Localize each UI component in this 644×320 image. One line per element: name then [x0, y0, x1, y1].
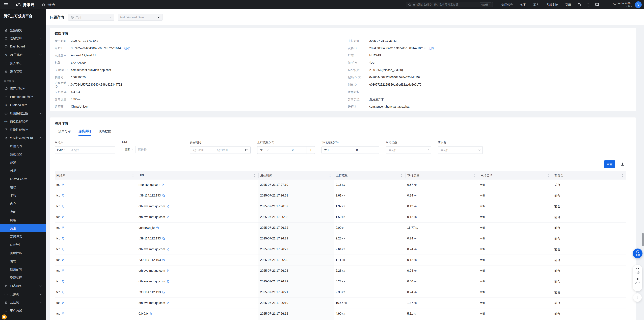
copy-icon[interactable]	[166, 248, 170, 251]
copy-icon[interactable]	[62, 237, 65, 240]
operator-select[interactable]: 大于	[322, 147, 335, 154]
sidebar-item-oom/foom[interactable]: OOM/FOOM	[0, 175, 46, 183]
collapse-widgets-button[interactable]	[633, 293, 642, 302]
time-start-input[interactable]: 选择时间	[192, 148, 204, 152]
column-header-网络库[interactable]: 网络库	[55, 173, 137, 178]
sidebar-item-告警管理[interactable]: 告警管理	[0, 34, 46, 43]
sidebar-item-前端性能监控[interactable]: RUM前端性能监控	[0, 117, 46, 126]
copy-icon[interactable]	[166, 216, 170, 218]
copy-icon[interactable]	[162, 194, 165, 197]
nav-support[interactable]: 客服支持	[546, 3, 558, 7]
account-info[interactable]: v_zbozhou@70... 子账号	[613, 2, 632, 8]
console-settings-icon[interactable]	[595, 3, 599, 7]
news-button[interactable]: 动态	[635, 267, 640, 274]
sidebar-item-ai-工作台[interactable]: AIAI 工作台	[0, 51, 46, 59]
sidebar-item-页面性能[interactable]: 页面性能	[0, 249, 46, 257]
sidebar-item-dashboard[interactable]: Dashboard	[0, 43, 46, 51]
fg-bg-select[interactable]: 请选择	[438, 146, 483, 154]
nav-group-account[interactable]: 集团账号	[502, 3, 513, 7]
copy-icon[interactable]	[156, 226, 159, 229]
column-header-下行流量[interactable]: 下行流量	[406, 173, 479, 178]
console-link[interactable]: 控制台	[42, 3, 55, 7]
sidebar-item-应用列表[interactable]: 应用列表	[0, 142, 46, 150]
table-row[interactable]: tcp0.0.0.02025-07-21 17:26:184.90KB5.11K…	[55, 308, 626, 319]
table-row[interactable]: tcpoth.eve.mdt.qq.com2025-07-21 17:26:22…	[55, 276, 626, 287]
sidebar-item-云产品监控[interactable]: 云产品监控	[0, 84, 46, 93]
sidebar-item-流量[interactable]: 流量	[0, 224, 46, 232]
copy-icon[interactable]	[62, 280, 65, 283]
table-row[interactable]: tcpoth.eve.mdt.qq.com2025-07-21 17:26:27…	[55, 244, 626, 255]
copy-icon[interactable]	[162, 183, 164, 186]
helper-badge-icon[interactable]	[2, 314, 7, 319]
sort-icon[interactable]	[474, 174, 476, 177]
sort-icon[interactable]	[329, 174, 331, 177]
copy-icon[interactable]	[62, 269, 65, 272]
increase-button[interactable]: +	[306, 147, 314, 154]
sidebar-item-应用性能监控[interactable]: 应用性能监控	[0, 109, 46, 117]
decrease-button[interactable]: −	[271, 147, 279, 154]
nav-billing[interactable]: 费用	[565, 3, 571, 7]
reset-button[interactable]: 重置	[604, 160, 615, 168]
help-icon[interactable]: ?	[358, 76, 361, 79]
nav-icp[interactable]: 备案	[520, 3, 526, 7]
consult-button[interactable]: 咨询	[633, 248, 642, 258]
sort-icon[interactable]	[622, 174, 623, 177]
tab-traffic-distribution[interactable]: 流量分布	[58, 129, 71, 136]
copy-icon[interactable]	[62, 301, 65, 304]
sidebar-item-告警[interactable]: 告警	[0, 257, 46, 265]
copy-icon[interactable]	[62, 248, 65, 251]
copy-icon[interactable]	[166, 301, 170, 304]
help-icon[interactable]: ?	[68, 83, 71, 86]
sidebar-item-卡顿[interactable]: 卡顿	[0, 191, 46, 199]
app-select[interactable]: test / Android Demo	[118, 14, 162, 21]
column-header-网络类型[interactable]: 网络类型	[479, 173, 552, 178]
copy-icon[interactable]	[62, 183, 65, 186]
avatar[interactable]: V	[635, 1, 642, 8]
table-row[interactable]: tcp::39.114.112.1932025-07-21 17:26:512.…	[55, 190, 626, 201]
notification-bell-icon[interactable]	[586, 3, 590, 7]
copy-icon[interactable]	[62, 194, 65, 197]
sidebar-item-崩溃[interactable]: 崩溃	[0, 158, 46, 167]
copy-icon[interactable]	[162, 237, 165, 240]
download-icon[interactable]	[620, 162, 625, 166]
menu-icon[interactable]	[4, 3, 8, 7]
sidebar-item-高级搜索[interactable]: 高级搜索	[0, 232, 46, 241]
sidebar-item-报表管理[interactable]: 报表管理	[0, 67, 46, 75]
column-header-前后台[interactable]: 前后台	[552, 173, 626, 178]
page-scrollbar[interactable]	[642, 233, 644, 246]
sidebar-item-数据总览[interactable]: 数据总览	[0, 150, 46, 158]
column-header-URL[interactable]: URL	[137, 173, 258, 178]
sort-icon[interactable]	[132, 174, 134, 177]
sidebar-item-事件总线[interactable]: 事件总线	[0, 306, 46, 315]
nav-tools[interactable]: 工具	[533, 3, 539, 7]
decrease-button[interactable]: −	[335, 147, 343, 154]
operator-select[interactable]: 大于	[258, 147, 271, 154]
region-select[interactable]: 广州	[68, 14, 114, 21]
sidebar-item-终端性能监控pro[interactable]: 终端性能监控Pro	[0, 134, 46, 142]
sidebar-item-网络[interactable]: 网络	[0, 216, 46, 224]
sidebar-item-内存[interactable]: 内存	[0, 199, 46, 208]
copy-icon[interactable]	[149, 312, 152, 315]
table-row[interactable]: tcpoth.eve.mdt.qq.com2025-07-21 17:26:32…	[55, 212, 626, 222]
docs-button[interactable]: 文档	[635, 277, 640, 284]
sidebar-item-anr[interactable]: ANR	[0, 167, 46, 175]
sidebar-item-终端性能监控[interactable]: 终端性能监控	[0, 126, 46, 134]
net-type-select[interactable]: 请选择	[386, 146, 431, 154]
table-row[interactable]: tcp::39.114.112.1932025-07-21 17:26:212.…	[55, 287, 626, 298]
table-row[interactable]: tcpoth.eve.mdt.qq.com2025-07-21 17:26:37…	[55, 201, 626, 212]
downlink-value-input[interactable]: 0	[343, 148, 371, 152]
copy-icon[interactable]	[62, 205, 65, 208]
copy-icon[interactable]	[62, 312, 65, 315]
sidebar-item-grafana-服务[interactable]: GGrafana 服务	[0, 101, 46, 109]
tab-scene-data[interactable]: 现场数据	[98, 129, 111, 136]
table-row[interactable]: tcpunknown_ip2025-07-21 17:26:320.00B15.…	[55, 222, 626, 233]
table-row[interactable]: tcp::39.114.112.1932025-07-21 17:26:1821…	[55, 319, 626, 320]
sidebar-item-prometheus-监控[interactable]: Prometheus 监控	[0, 93, 46, 101]
sidebar-item-接入中心[interactable]: 接入中心	[0, 59, 46, 67]
url-input[interactable]: 请选择	[136, 148, 146, 152]
copy-icon[interactable]	[166, 269, 170, 272]
trace-link[interactable]: 追踪	[428, 46, 434, 50]
table-row[interactable]: tcpoth.eve.mdt.qq.com2025-07-21 17:26:19…	[55, 298, 626, 308]
copy-icon[interactable]	[62, 291, 65, 294]
uplink-value-input[interactable]: 0	[279, 148, 306, 152]
